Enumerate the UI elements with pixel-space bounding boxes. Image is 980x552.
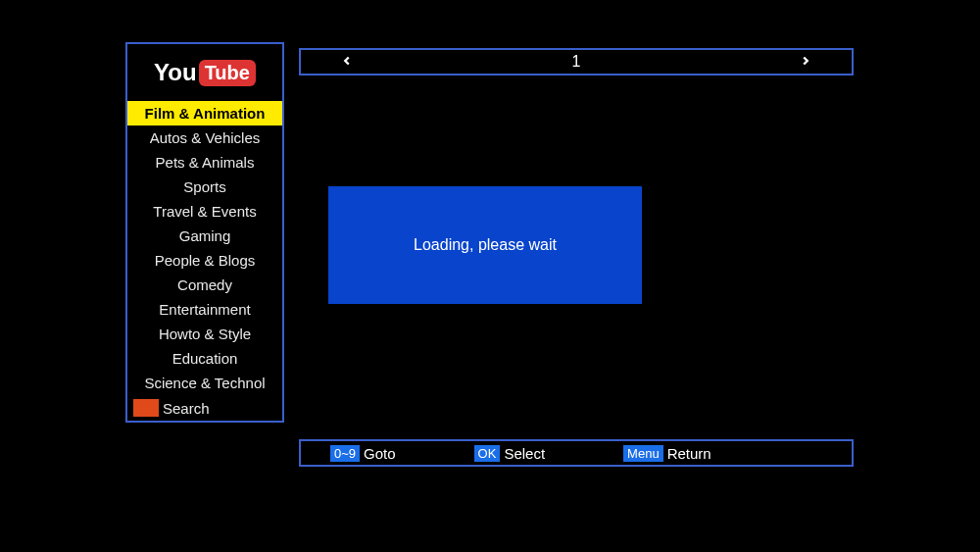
logo-tube: Tube xyxy=(199,60,256,86)
sidebar-search[interactable]: Search xyxy=(127,395,282,421)
footer-hints-bar: 0~9 Goto OK Select Menu Return xyxy=(299,439,854,467)
sidebar: You Tube Film & Animation Autos & Vehicl… xyxy=(125,42,284,423)
youtube-logo-box: You Tube xyxy=(127,44,282,101)
loading-message: Loading, please wait xyxy=(414,236,557,254)
category-pets-animals[interactable]: Pets & Animals xyxy=(127,150,282,175)
search-label: Search xyxy=(163,400,210,417)
goto-key-badge: 0~9 xyxy=(330,445,360,462)
category-science-technology[interactable]: Science & Technol xyxy=(127,371,282,395)
category-comedy[interactable]: Comedy xyxy=(127,273,282,297)
footer-select: OK Select xyxy=(474,445,546,462)
next-page-button[interactable] xyxy=(799,52,812,73)
page-number: 1 xyxy=(572,53,581,71)
return-label: Return xyxy=(667,445,711,462)
youtube-logo: You Tube xyxy=(154,59,256,86)
search-color-indicator xyxy=(133,399,159,417)
footer-return: Menu Return xyxy=(623,445,711,462)
goto-label: Goto xyxy=(364,445,396,462)
logo-you: You xyxy=(154,59,197,86)
category-sports[interactable]: Sports xyxy=(127,175,282,199)
category-education[interactable]: Education xyxy=(127,346,282,371)
category-people-blogs[interactable]: People & Blogs xyxy=(127,248,282,273)
select-label: Select xyxy=(504,445,545,462)
return-key-badge: Menu xyxy=(623,445,663,462)
loading-modal: Loading, please wait xyxy=(328,186,642,304)
category-howto-style[interactable]: Howto & Style xyxy=(127,322,282,346)
pagination-bar: 1 xyxy=(299,48,854,75)
select-key-badge: OK xyxy=(474,445,501,462)
category-entertainment[interactable]: Entertainment xyxy=(127,297,282,322)
category-film-animation[interactable]: Film & Animation xyxy=(127,101,282,125)
footer-goto: 0~9 Goto xyxy=(330,445,396,462)
category-travel-events[interactable]: Travel & Events xyxy=(127,199,282,224)
chevron-left-icon xyxy=(340,54,354,68)
prev-page-button[interactable] xyxy=(340,52,354,73)
category-autos-vehicles[interactable]: Autos & Vehicles xyxy=(127,125,282,150)
category-gaming[interactable]: Gaming xyxy=(127,224,282,248)
chevron-right-icon xyxy=(799,54,812,68)
category-list: Film & Animation Autos & Vehicles Pets &… xyxy=(127,101,282,421)
